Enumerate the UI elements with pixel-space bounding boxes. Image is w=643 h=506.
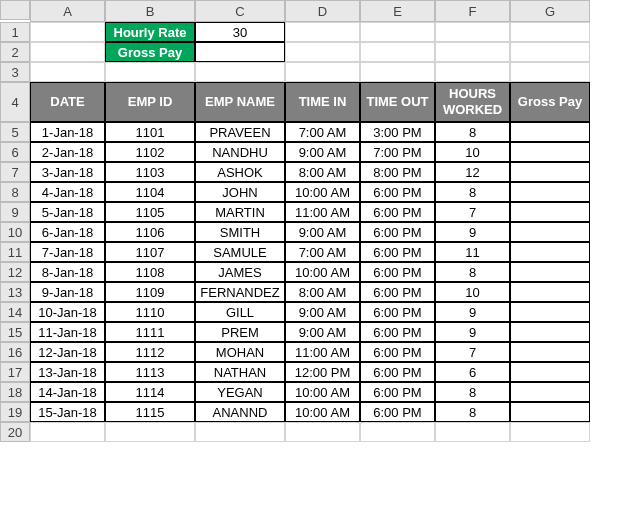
cell-empid-14[interactable]: 1110 — [105, 302, 195, 322]
cell-A1[interactable] — [30, 22, 105, 42]
col-header-F[interactable]: F — [435, 0, 510, 22]
cell-timeout-15[interactable]: 6:00 PM — [360, 322, 435, 342]
cell-empid-12[interactable]: 1108 — [105, 262, 195, 282]
cell-empname-19[interactable]: ANANND — [195, 402, 285, 422]
cell-r20-0[interactable] — [30, 422, 105, 442]
cell-hours-5[interactable]: 8 — [435, 122, 510, 142]
row-header-8[interactable]: 8 — [0, 182, 30, 202]
cell-date-14[interactable]: 10-Jan-18 — [30, 302, 105, 322]
cell-hours-15[interactable]: 9 — [435, 322, 510, 342]
row-header-17[interactable]: 17 — [0, 362, 30, 382]
cell-timein-11[interactable]: 7:00 AM — [285, 242, 360, 262]
table-header-time_in[interactable]: TIME IN — [285, 82, 360, 122]
cell-timeout-19[interactable]: 6:00 PM — [360, 402, 435, 422]
cell-r20-6[interactable] — [510, 422, 590, 442]
cell-hours-11[interactable]: 11 — [435, 242, 510, 262]
cell-empname-16[interactable]: MOHAN — [195, 342, 285, 362]
cell-hours-12[interactable]: 8 — [435, 262, 510, 282]
cell-r20-3[interactable] — [285, 422, 360, 442]
row-header-2[interactable]: 2 — [0, 42, 30, 62]
cell-empname-5[interactable]: PRAVEEN — [195, 122, 285, 142]
row-header-7[interactable]: 7 — [0, 162, 30, 182]
cell-timeout-5[interactable]: 3:00 PM — [360, 122, 435, 142]
cell-empid-9[interactable]: 1105 — [105, 202, 195, 222]
cell-grosspay-6[interactable] — [510, 142, 590, 162]
cell-grosspay-18[interactable] — [510, 382, 590, 402]
cell-empid-16[interactable]: 1112 — [105, 342, 195, 362]
cell-G2[interactable] — [510, 42, 590, 62]
cell-hours-9[interactable]: 7 — [435, 202, 510, 222]
cell-r3-1[interactable] — [105, 62, 195, 82]
cell-grosspay-14[interactable] — [510, 302, 590, 322]
cell-timeout-11[interactable]: 6:00 PM — [360, 242, 435, 262]
cell-timeout-16[interactable]: 6:00 PM — [360, 342, 435, 362]
col-header-C[interactable]: C — [195, 0, 285, 22]
hourly-rate-label[interactable]: Hourly Rate — [105, 22, 195, 42]
cell-timein-18[interactable]: 10:00 AM — [285, 382, 360, 402]
cell-hours-10[interactable]: 9 — [435, 222, 510, 242]
cell-r3-0[interactable] — [30, 62, 105, 82]
cell-timeout-7[interactable]: 8:00 PM — [360, 162, 435, 182]
cell-hours-7[interactable]: 12 — [435, 162, 510, 182]
cell-empname-13[interactable]: FERNANDEZ — [195, 282, 285, 302]
cell-empid-7[interactable]: 1103 — [105, 162, 195, 182]
cell-timein-16[interactable]: 11:00 AM — [285, 342, 360, 362]
col-header-E[interactable]: E — [360, 0, 435, 22]
cell-timein-7[interactable]: 8:00 AM — [285, 162, 360, 182]
cell-date-12[interactable]: 8-Jan-18 — [30, 262, 105, 282]
cell-hours-16[interactable]: 7 — [435, 342, 510, 362]
row-header-14[interactable]: 14 — [0, 302, 30, 322]
spreadsheet-grid[interactable]: ABCDEFG1Hourly Rate302Gross Pay34DATEEMP… — [0, 0, 643, 442]
cell-empid-6[interactable]: 1102 — [105, 142, 195, 162]
cell-timein-15[interactable]: 9:00 AM — [285, 322, 360, 342]
row-header-11[interactable]: 11 — [0, 242, 30, 262]
table-header-time_out[interactable]: TIME OUT — [360, 82, 435, 122]
cell-grosspay-19[interactable] — [510, 402, 590, 422]
cell-date-13[interactable]: 9-Jan-18 — [30, 282, 105, 302]
cell-A2[interactable] — [30, 42, 105, 62]
cell-timeout-13[interactable]: 6:00 PM — [360, 282, 435, 302]
row-header-12[interactable]: 12 — [0, 262, 30, 282]
cell-empname-6[interactable]: NANDHU — [195, 142, 285, 162]
cell-date-9[interactable]: 5-Jan-18 — [30, 202, 105, 222]
cell-hours-18[interactable]: 8 — [435, 382, 510, 402]
cell-grosspay-12[interactable] — [510, 262, 590, 282]
cell-timeout-14[interactable]: 6:00 PM — [360, 302, 435, 322]
cell-F1[interactable] — [435, 22, 510, 42]
cell-grosspay-13[interactable] — [510, 282, 590, 302]
cell-empname-7[interactable]: ASHOK — [195, 162, 285, 182]
cell-empname-14[interactable]: GILL — [195, 302, 285, 322]
cell-date-5[interactable]: 1-Jan-18 — [30, 122, 105, 142]
cell-timein-5[interactable]: 7:00 AM — [285, 122, 360, 142]
row-header-10[interactable]: 10 — [0, 222, 30, 242]
cell-grosspay-7[interactable] — [510, 162, 590, 182]
cell-empid-17[interactable]: 1113 — [105, 362, 195, 382]
cell-grosspay-8[interactable] — [510, 182, 590, 202]
row-header-5[interactable]: 5 — [0, 122, 30, 142]
cell-date-15[interactable]: 11-Jan-18 — [30, 322, 105, 342]
hourly-rate-value[interactable]: 30 — [195, 22, 285, 42]
cell-hours-6[interactable]: 10 — [435, 142, 510, 162]
row-header-6[interactable]: 6 — [0, 142, 30, 162]
cell-grosspay-11[interactable] — [510, 242, 590, 262]
row-header-20[interactable]: 20 — [0, 422, 30, 442]
row-header-13[interactable]: 13 — [0, 282, 30, 302]
cell-timeout-18[interactable]: 6:00 PM — [360, 382, 435, 402]
cell-timeout-6[interactable]: 7:00 PM — [360, 142, 435, 162]
cell-date-17[interactable]: 13-Jan-18 — [30, 362, 105, 382]
col-header-B[interactable]: B — [105, 0, 195, 22]
cell-date-7[interactable]: 3-Jan-18 — [30, 162, 105, 182]
col-header-G[interactable]: G — [510, 0, 590, 22]
table-header-hours_worked[interactable]: HOURS WORKED — [435, 82, 510, 122]
cell-empname-15[interactable]: PREM — [195, 322, 285, 342]
cell-r3-4[interactable] — [360, 62, 435, 82]
col-header-D[interactable]: D — [285, 0, 360, 22]
row-header-16[interactable]: 16 — [0, 342, 30, 362]
cell-date-18[interactable]: 14-Jan-18 — [30, 382, 105, 402]
cell-timein-14[interactable]: 9:00 AM — [285, 302, 360, 322]
cell-date-19[interactable]: 15-Jan-18 — [30, 402, 105, 422]
cell-F2[interactable] — [435, 42, 510, 62]
cell-grosspay-9[interactable] — [510, 202, 590, 222]
row-header-15[interactable]: 15 — [0, 322, 30, 342]
cell-r20-2[interactable] — [195, 422, 285, 442]
